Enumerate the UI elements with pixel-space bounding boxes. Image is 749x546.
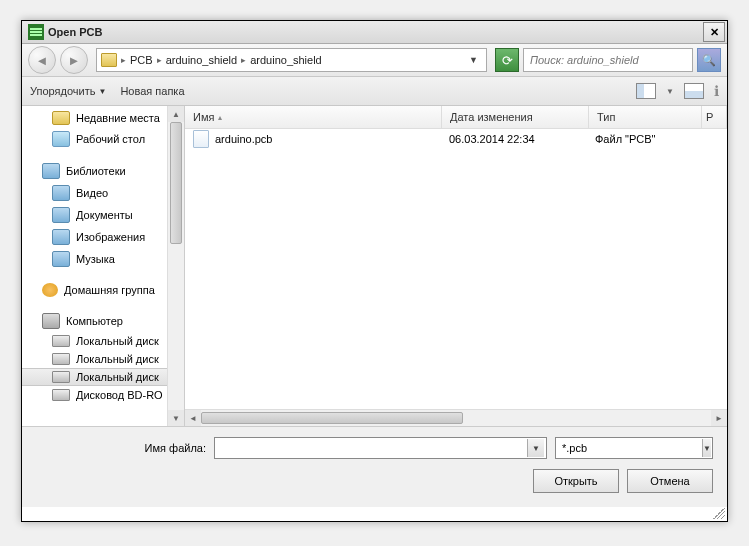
file-name-cell: arduino.pcb: [185, 130, 441, 148]
lib-icon: [52, 251, 70, 267]
filename-input[interactable]: [219, 441, 527, 455]
disk-icon: [52, 371, 70, 383]
sidebar-item[interactable]: Локальный диск: [22, 368, 184, 386]
sidebar-item[interactable]: Видео: [22, 182, 184, 204]
file-name: arduino.pcb: [215, 133, 273, 145]
resize-grip[interactable]: [713, 507, 725, 519]
scroll-track[interactable]: [201, 410, 711, 426]
lib-icon: [42, 163, 60, 179]
filter-value[interactable]: [560, 441, 702, 455]
file-date-cell: 06.03.2014 22:34: [441, 133, 587, 145]
disk-icon: [52, 389, 70, 401]
sidebar-item-label: Недавние места: [76, 112, 160, 124]
filename-combo[interactable]: ▼: [214, 437, 547, 459]
chevron-right-icon: ▸: [119, 55, 128, 65]
chevron-down-icon[interactable]: ▼: [527, 439, 544, 457]
column-date[interactable]: Дата изменения: [442, 106, 589, 128]
sidebar-item[interactable]: Недавние места: [22, 108, 184, 128]
disk-icon: [52, 353, 70, 365]
chevron-down-icon[interactable]: ▼: [465, 55, 482, 65]
breadcrumb-part[interactable]: PCB: [130, 54, 153, 66]
close-button[interactable]: ✕: [703, 22, 725, 42]
file-icon: [193, 130, 209, 148]
title-bar: Open PCB ✕: [22, 21, 727, 44]
sidebar-scrollbar[interactable]: ▲ ▼: [167, 106, 184, 426]
view-options-button[interactable]: [636, 83, 656, 99]
sidebar-item-label: Компьютер: [66, 315, 123, 327]
breadcrumb-part[interactable]: arduino_shield: [250, 54, 322, 66]
sidebar-item-label: Изображения: [76, 231, 145, 243]
scroll-down-button[interactable]: ▼: [168, 410, 184, 426]
sidebar-item[interactable]: Рабочий стол: [22, 128, 184, 150]
open-file-dialog: Open PCB ✕ ◄ ► ▸ PCB ▸ arduino_shield ▸ …: [21, 20, 728, 522]
sidebar-item[interactable]: Компьютер: [22, 310, 184, 332]
folder-icon: [101, 53, 117, 67]
search-button[interactable]: 🔍: [697, 48, 721, 72]
open-button[interactable]: Открыть: [533, 469, 619, 493]
group-icon: [42, 283, 58, 297]
search-box[interactable]: [523, 48, 693, 72]
help-button[interactable]: ℹ: [714, 83, 719, 99]
column-name[interactable]: Имя ▴: [185, 106, 442, 128]
file-row[interactable]: arduino.pcb06.03.2014 22:34Файл "PCB": [185, 129, 727, 149]
sidebar-item-label: Документы: [76, 209, 133, 221]
folder-icon: [52, 111, 70, 125]
lib-icon: [52, 229, 70, 245]
sidebar-item-label: Музыка: [76, 253, 115, 265]
refresh-button[interactable]: ⟳: [495, 48, 519, 72]
organize-button[interactable]: Упорядочить ▼: [30, 85, 106, 97]
horizontal-scrollbar[interactable]: ◄ ►: [185, 409, 727, 426]
preview-pane-button[interactable]: [684, 83, 704, 99]
breadcrumb[interactable]: ▸ PCB ▸ arduino_shield ▸ arduino_shield …: [96, 48, 487, 72]
sidebar-item[interactable]: Изображения: [22, 226, 184, 248]
file-pane: Имя ▴ Дата изменения Тип Р arduino.pcb06…: [185, 106, 727, 426]
button-row: Открыть Отмена: [36, 469, 713, 493]
comp-icon: [42, 313, 60, 329]
toolbar: Упорядочить ▼ Новая папка ▼ ℹ: [22, 77, 727, 106]
scroll-left-button[interactable]: ◄: [185, 410, 201, 426]
scroll-up-button[interactable]: ▲: [168, 106, 184, 122]
sidebar-item-label: Дисковод BD-RO: [76, 389, 163, 401]
sidebar-item[interactable]: Дисковод BD-RO: [22, 386, 184, 404]
back-button[interactable]: ◄: [28, 46, 56, 74]
sidebar-item-label: Рабочий стол: [76, 133, 145, 145]
chevron-right-icon: ▸: [239, 55, 248, 65]
sidebar-item-label: Локальный диск: [76, 335, 159, 347]
scroll-right-button[interactable]: ►: [711, 410, 727, 426]
lib-icon: [52, 207, 70, 223]
chevron-down-icon[interactable]: ▼: [702, 439, 711, 457]
forward-button[interactable]: ►: [60, 46, 88, 74]
sidebar-item-label: Видео: [76, 187, 108, 199]
sort-asc-icon: ▴: [218, 113, 222, 122]
column-extra[interactable]: Р: [702, 106, 727, 128]
column-headers: Имя ▴ Дата изменения Тип Р: [185, 106, 727, 129]
dialog-bottom: Имя файла: ▼ ▼ Открыть Отмена: [22, 426, 727, 507]
dialog-body: Недавние местаРабочий столБиблиотекиВиде…: [22, 106, 727, 426]
nav-bar: ◄ ► ▸ PCB ▸ arduino_shield ▸ arduino_shi…: [22, 44, 727, 77]
app-icon: [28, 24, 44, 40]
cancel-button[interactable]: Отмена: [627, 469, 713, 493]
desktop-icon: [52, 131, 70, 147]
resize-area: [22, 507, 727, 521]
new-folder-button[interactable]: Новая папка: [120, 85, 184, 97]
chevron-down-icon[interactable]: ▼: [666, 87, 674, 96]
filename-label: Имя файла:: [36, 442, 206, 454]
filter-combo[interactable]: ▼: [555, 437, 713, 459]
chevron-right-icon: ▸: [155, 55, 164, 65]
sidebar-item[interactable]: Локальный диск: [22, 332, 184, 350]
scroll-thumb[interactable]: [170, 122, 182, 244]
toolbar-right: ▼ ℹ: [636, 83, 719, 99]
sidebar-item[interactable]: Локальный диск: [22, 350, 184, 368]
sidebar-item[interactable]: Музыка: [22, 248, 184, 270]
lib-icon: [52, 185, 70, 201]
column-type[interactable]: Тип: [589, 106, 702, 128]
sidebar-item-label: Библиотеки: [66, 165, 126, 177]
sidebar-item[interactable]: Библиотеки: [22, 160, 184, 182]
sidebar-item-label: Локальный диск: [76, 371, 159, 383]
sidebar-item[interactable]: Домашняя группа: [22, 280, 184, 300]
search-input[interactable]: [528, 53, 688, 67]
chevron-down-icon: ▼: [98, 87, 106, 96]
sidebar-item[interactable]: Документы: [22, 204, 184, 226]
scroll-thumb[interactable]: [201, 412, 463, 424]
breadcrumb-part[interactable]: arduino_shield: [166, 54, 238, 66]
